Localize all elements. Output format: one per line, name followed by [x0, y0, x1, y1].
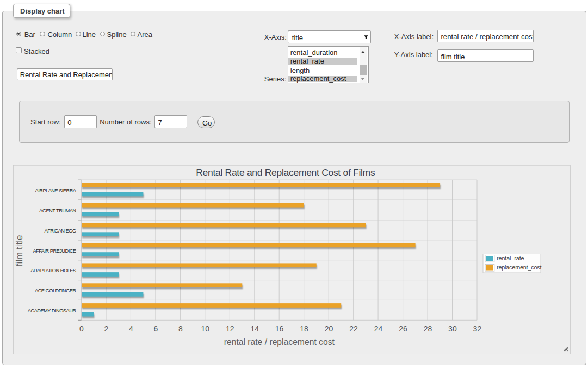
svg-text:Rental Rate and Replacement Co: Rental Rate and Replacement Cost of Film…: [196, 167, 375, 178]
svg-text:18: 18: [300, 324, 308, 333]
svg-text:ADAPTATION HOLES: ADAPTATION HOLES: [30, 268, 76, 273]
svg-text:rental_rate: rental_rate: [497, 255, 524, 261]
svg-text:8: 8: [178, 324, 183, 333]
svg-text:replacement_cost: replacement_cost: [497, 264, 542, 271]
svg-text:26: 26: [399, 324, 407, 333]
svg-text:AIRPLANE SIERRA: AIRPLANE SIERRA: [35, 188, 77, 193]
svg-text:ACE GOLDFINGER: ACE GOLDFINGER: [35, 288, 76, 293]
svg-text:AFFAIR PREJUDICE: AFFAIR PREJUDICE: [33, 248, 76, 254]
svg-text:film title: film title: [14, 235, 24, 267]
svg-text:ACADEMY DINOSAUR: ACADEMY DINOSAUR: [28, 308, 76, 313]
svg-text:0: 0: [79, 324, 84, 333]
svg-text:28: 28: [424, 324, 432, 333]
svg-text:24: 24: [374, 324, 383, 333]
svg-text:30: 30: [448, 324, 457, 333]
svg-text:2: 2: [104, 324, 109, 333]
svg-text:22: 22: [349, 324, 358, 333]
svg-text:12: 12: [226, 324, 234, 333]
svg-text:10: 10: [201, 324, 209, 333]
svg-text:14: 14: [250, 324, 259, 333]
svg-text:AGENT TRUMAN: AGENT TRUMAN: [39, 208, 76, 214]
svg-text:32: 32: [473, 324, 482, 333]
svg-text:6: 6: [153, 324, 158, 333]
svg-text:rental rate / replacement cost: rental rate / replacement cost: [224, 337, 335, 347]
svg-text:20: 20: [325, 324, 333, 333]
svg-text:4: 4: [129, 324, 133, 333]
svg-text:AFRICAN EGG: AFRICAN EGG: [44, 228, 76, 234]
svg-text:16: 16: [275, 324, 284, 333]
